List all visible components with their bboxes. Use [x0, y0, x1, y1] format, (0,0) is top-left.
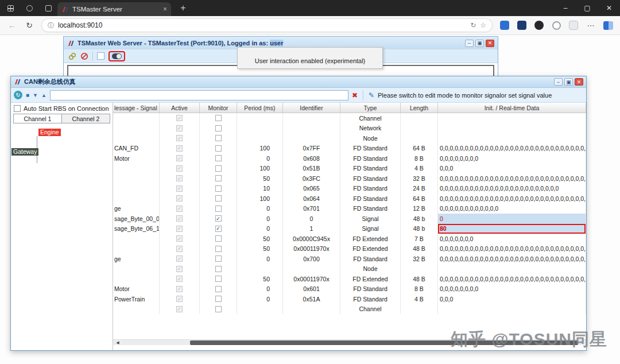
monitor-checkbox[interactable]: ✓ [215, 165, 222, 172]
table-row[interactable]: ✓✓500x0000C945xFD Extended7 B0,0,0,0,0,0… [113, 234, 586, 244]
monitor-checkbox[interactable]: ✓ [215, 125, 222, 131]
cell-init[interactable]: 0 [438, 214, 586, 224]
table-row[interactable]: PowerTrain✓✓00x51AFD Standard4 B0,0,0 [113, 294, 586, 304]
active-checkbox[interactable]: ✓ [176, 226, 183, 232]
server-close-button[interactable]: ✕ [486, 40, 494, 47]
active-checkbox[interactable]: ✓ [176, 255, 183, 262]
monitor-checkbox[interactable]: ✓ [215, 306, 222, 312]
active-checkbox[interactable]: ✓ [176, 165, 183, 172]
cell-init[interactable]: 0,0,0,0,0,0,0 [438, 234, 586, 244]
active-checkbox[interactable]: ✓ [176, 135, 183, 141]
cell-monitor[interactable]: ✓ [200, 234, 237, 244]
settings-menu-icon[interactable]: ⋯ [582, 21, 599, 30]
cell-monitor[interactable]: ✓ [200, 193, 237, 204]
active-checkbox[interactable]: ✓ [176, 206, 183, 212]
dialog-maximize-button[interactable]: ▣ [564, 78, 573, 86]
table-row[interactable]: sage_Byte_06_10✓✓01Signal48 b80 [113, 224, 586, 234]
close-button[interactable]: ✕ [598, 0, 620, 16]
cell-active[interactable]: ✓ [160, 294, 200, 304]
monitor-checkbox[interactable]: ✓ [215, 135, 222, 141]
active-checkbox[interactable]: ✓ [176, 125, 183, 131]
cell-active[interactable]: ✓ [160, 304, 200, 315]
table-row[interactable]: ✓✓Node [113, 264, 586, 274]
cell-init[interactable]: 0,0,0,0,0,0,0,0,0,0,0,0,0,0,0,0,0,0,0,0,… [438, 254, 586, 264]
monitor-checkbox[interactable]: ✓ [215, 276, 222, 282]
table-row[interactable]: ✓✓1000x064FD Standard64 B0,0,0,0,0,0,0,0… [113, 193, 586, 204]
cell-active[interactable]: ✓ [160, 193, 200, 204]
cell-monitor[interactable]: ✓ [200, 254, 237, 264]
cell-monitor[interactable]: ✓ [200, 284, 237, 295]
cell-init[interactable] [438, 264, 586, 274]
table-row[interactable]: ✓✓Network [113, 123, 586, 134]
monitor-checkbox[interactable]: ✓ [215, 246, 222, 252]
monitor-checkbox[interactable]: ✓ [215, 255, 222, 262]
extension-dark-icon[interactable] [530, 21, 548, 30]
cell-monitor[interactable]: ✓ [200, 204, 237, 214]
cell-monitor[interactable]: ✓ [200, 164, 237, 174]
back-icon[interactable]: ← [3, 21, 21, 30]
cell-active[interactable]: ✓ [160, 284, 200, 295]
table-row[interactable]: Motor✓✓00x601FD Standard8 B0,0,0,0,0,0,0… [113, 284, 586, 295]
dialog-close-button[interactable]: ✕ [575, 78, 583, 86]
active-checkbox[interactable]: ✓ [176, 296, 183, 302]
active-checkbox[interactable]: ✓ [176, 115, 183, 121]
disconnect-icon[interactable] [80, 52, 88, 60]
auto-start-row[interactable]: Auto Start RBS on Connection [11, 103, 113, 113]
monitor-checkbox[interactable]: ✓ [215, 175, 222, 181]
server-minimize-button[interactable]: – [465, 40, 474, 47]
table-row[interactable]: ge✓✓00x701FD Standard12 B0,0,0,0,0,0,0,0… [113, 204, 586, 214]
table-row[interactable]: Motor✓✓00x608FD Standard8 B0,0,0,0,0,0,0… [113, 153, 586, 164]
cell-init[interactable]: 0,0,0,0,0,0,0,0,0,0,0,0,0,0,0,0,0,0,0,0,… [438, 184, 586, 194]
clear-filter-icon[interactable]: ✖ [352, 91, 358, 99]
cell-monitor[interactable]: ✓ [200, 123, 237, 134]
active-checkbox[interactable]: ✓ [176, 175, 183, 181]
active-checkbox[interactable]: ✓ [176, 155, 183, 161]
run-button[interactable]: ↻ [14, 91, 22, 99]
extensions-puzzle-icon[interactable] [565, 21, 582, 30]
cell-init[interactable] [438, 123, 586, 134]
link-icon[interactable] [68, 52, 76, 60]
cell-active[interactable]: ✓ [160, 244, 200, 254]
cell-init[interactable]: 0,0,0,0,0,0,0,0,0,0,0,0,0,0,0,0,0,0,0,0,… [438, 144, 586, 154]
cell-init[interactable]: 0,0,0,0,0,0,0,0,0,0,0,0,0,0,0,0,0,0,0,0,… [438, 193, 586, 204]
col-init-data[interactable]: Init. / Real-time Data [438, 103, 586, 113]
cell-monitor[interactable]: ✓ [200, 133, 237, 144]
monitor-checkbox[interactable]: ✓ [215, 286, 222, 292]
cell-monitor[interactable]: ✓ [200, 274, 237, 284]
browser-tab[interactable]: TSMaster Server × [57, 2, 171, 16]
stop-button[interactable]: ■ [26, 92, 29, 98]
cell-monitor[interactable]: ✓ [200, 144, 237, 154]
new-tab-button[interactable]: + [176, 0, 191, 16]
tab-actions-icon[interactable] [1, 5, 20, 11]
move-down-button[interactable]: ▼ [33, 92, 38, 98]
monitor-checkbox[interactable]: ✓ [215, 195, 222, 202]
dialog-titlebar[interactable]: CAN剩余总线仿真 – ▣ ✕ [11, 76, 586, 88]
col-type[interactable]: Type [340, 103, 401, 113]
extension-blue-icon[interactable] [496, 21, 513, 30]
move-up-button[interactable]: ▲ [41, 92, 46, 98]
table-row[interactable]: ✓✓1000x51BFD Standard4 B0,0,0 [113, 164, 586, 174]
table-row[interactable]: ✓✓Channel [113, 113, 586, 123]
monitor-checkbox[interactable]: ✓ [215, 235, 222, 242]
address-pill[interactable]: ⓘ localhost:9010 ↻ ☆ [41, 18, 493, 32]
minimize-button[interactable]: – [555, 0, 576, 16]
table-row[interactable]: ✓✓500x00011970xFD Extended48 B0,0,0,0,0,… [113, 244, 586, 254]
edit-pencil-icon[interactable]: ✎ [369, 91, 374, 99]
cell-active[interactable]: ✓ [160, 274, 200, 284]
monitor-checkbox[interactable]: ✓ [215, 155, 222, 161]
table-row[interactable]: ✓✓Node [113, 133, 586, 144]
monitor-checkbox[interactable]: ✓ [215, 296, 222, 302]
cell-monitor[interactable]: ✓ [200, 294, 237, 304]
active-checkbox[interactable]: ✓ [176, 235, 183, 242]
cell-init[interactable]: 0,0,0,0,0,0,0,0 [438, 284, 586, 295]
col-message-signal[interactable]: lessage - Signal [113, 103, 160, 113]
cell-monitor[interactable]: ✓ [200, 113, 237, 123]
cell-init[interactable]: 0,0,0 [438, 164, 586, 174]
table-row[interactable]: ✓✓100x065FD Standard24 B0,0,0,0,0,0,0,0,… [113, 184, 586, 194]
tree-node-gateway[interactable]: Gateway [11, 148, 38, 156]
tree-node-engine[interactable]: Engine [38, 129, 61, 136]
active-checkbox[interactable]: ✓ [176, 306, 183, 312]
vertical-tabs-icon[interactable] [39, 5, 58, 11]
maximize-button[interactable]: ▢ [576, 0, 598, 16]
workspaces-icon[interactable] [20, 5, 39, 11]
